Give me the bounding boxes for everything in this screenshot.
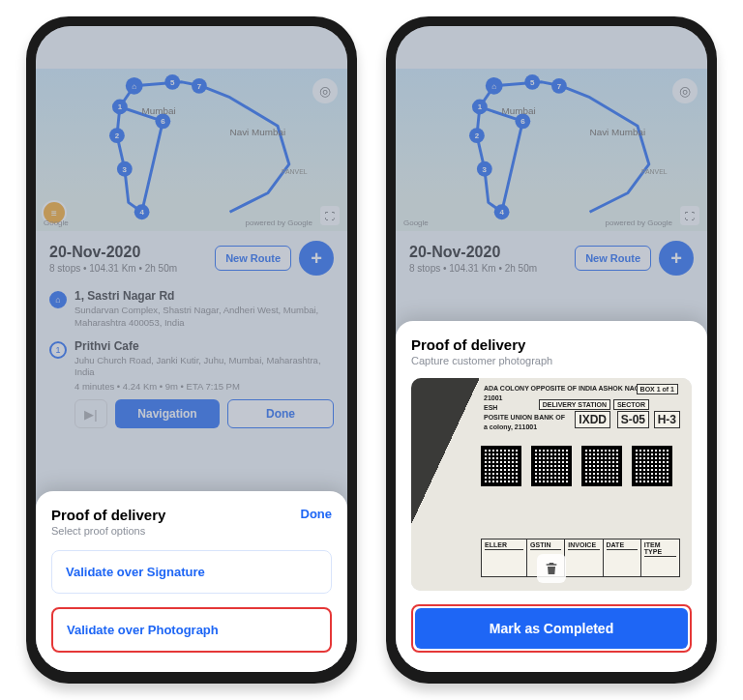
qr-code-icon bbox=[531, 446, 572, 486]
proof-options-sheet: Proof of delivery Select proof options D… bbox=[36, 491, 347, 672]
sheet-title: Proof of delivery bbox=[51, 507, 165, 523]
captured-photo[interactable]: ADA COLONY OPPOSITE OF INDIA ASHOK NAGAR… bbox=[411, 378, 692, 591]
option-signature[interactable]: Validate over Signature bbox=[51, 550, 332, 594]
mark-completed-wrapper: Mark as Completed bbox=[411, 604, 692, 653]
phone-left: ⌂ 5 7 1 2 3 4 6 Mumbai Navi Mumbai PANVE… bbox=[26, 16, 357, 684]
proof-photo-sheet: Proof of delivery Capture customer photo… bbox=[396, 321, 707, 672]
mark-completed-button[interactable]: Mark as Completed bbox=[415, 608, 688, 649]
phone-screen-right: ⌂ 5 7 1 2 3 4 6 Mumbai Navi Mumbai PANVE… bbox=[396, 26, 707, 672]
option-photograph[interactable]: Validate over Photograph bbox=[51, 607, 332, 653]
invoice-table: ELLER GSTIN INVOICE DATE ITEM TYPE bbox=[481, 539, 680, 577]
phone-screen-left: ⌂ 5 7 1 2 3 4 6 Mumbai Navi Mumbai PANVE… bbox=[36, 26, 347, 672]
phone-right: ⌂ 5 7 1 2 3 4 6 Mumbai Navi Mumbai PANVE… bbox=[386, 16, 717, 684]
sheet-subtitle: Capture customer photograph bbox=[411, 355, 692, 366]
sheet-title: Proof of delivery bbox=[411, 336, 692, 353]
sheet-subtitle: Select proof options bbox=[51, 525, 165, 537]
delete-photo-button[interactable] bbox=[537, 554, 566, 583]
qr-code-icon bbox=[632, 446, 672, 486]
sheet-done-button[interactable]: Done bbox=[301, 507, 333, 521]
qr-code-icon bbox=[581, 446, 622, 486]
qr-code-icon bbox=[481, 446, 521, 486]
trash-icon bbox=[544, 561, 559, 576]
